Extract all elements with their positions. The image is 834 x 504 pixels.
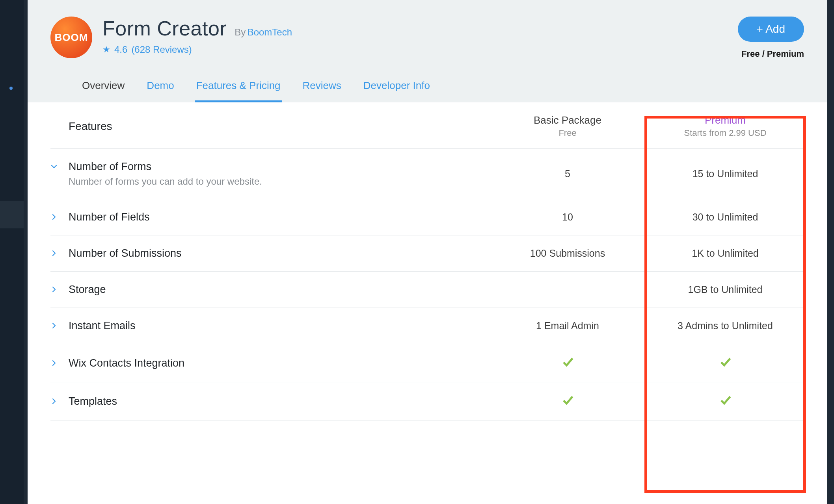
chevron-right-icon[interactable]	[50, 284, 69, 293]
tab-developer-info[interactable]: Developer Info	[362, 74, 432, 102]
content-panel: BOOM Form Creator By BoomTech ★ 4.6 (628…	[28, 0, 827, 504]
feature-description: Number of forms you can add to your webs…	[69, 176, 262, 187]
tier-label: Free / Premium	[741, 49, 804, 59]
basic-cell: 10	[489, 211, 646, 223]
tab-features-pricing[interactable]: Features & Pricing	[195, 74, 282, 102]
feature-row: Wix Contacts Integration	[50, 344, 804, 382]
reviews-count: (628 Reviews)	[131, 44, 192, 55]
tab-overview[interactable]: Overview	[80, 74, 126, 102]
premium-title: Premium	[646, 114, 804, 126]
premium-column-header: Premium Starts from 2.99 USD	[646, 114, 804, 138]
check-icon	[562, 359, 573, 370]
app-logo-text: BOOM	[55, 32, 88, 44]
chevron-right-icon[interactable]	[50, 320, 69, 329]
tab-reviews[interactable]: Reviews	[301, 74, 343, 102]
app-title: Form Creator	[102, 17, 227, 40]
by-label: By	[235, 27, 246, 37]
check-icon	[719, 397, 731, 408]
chevron-right-icon[interactable]	[50, 395, 69, 405]
table-header-row: Features Basic Package Free Premium Star…	[50, 102, 804, 149]
premium-cell	[646, 356, 804, 370]
rating-value: 4.6	[114, 44, 127, 55]
features-column-header: Features	[50, 120, 489, 133]
basic-cell	[489, 394, 646, 408]
feature-title[interactable]: Wix Contacts Integration	[69, 357, 184, 369]
features-section: Features Basic Package Free Premium Star…	[28, 102, 827, 421]
basic-sub: Free	[489, 128, 646, 138]
sidebar-active-item[interactable]	[0, 201, 24, 228]
vendor-link[interactable]: BoomTech	[248, 27, 292, 37]
feature-row: Instant Emails1 Email Admin3 Admins to U…	[50, 308, 804, 344]
check-icon	[562, 397, 573, 408]
chevron-down-icon[interactable]	[50, 161, 69, 170]
basic-column-header: Basic Package Free	[489, 114, 646, 138]
premium-cell: 3 Admins to Unlimited	[646, 320, 804, 332]
sidebar-indicator-dot	[9, 87, 13, 90]
star-icon: ★	[102, 44, 110, 55]
chevron-right-icon[interactable]	[50, 211, 69, 220]
feature-title[interactable]: Templates	[69, 395, 117, 408]
basic-cell	[489, 356, 646, 370]
app-logo: BOOM	[50, 17, 92, 58]
feature-title[interactable]: Instant Emails	[69, 320, 136, 332]
add-button[interactable]: + Add	[738, 17, 804, 42]
feature-title[interactable]: Number of Submissions	[69, 247, 182, 259]
basic-cell: 1 Email Admin	[489, 320, 646, 332]
check-icon	[719, 359, 731, 370]
premium-sub: Starts from 2.99 USD	[646, 128, 804, 138]
premium-cell: 15 to Unlimited	[646, 168, 804, 180]
feature-row: Storage1GB to Unlimited	[50, 272, 804, 308]
feature-row: Number of FormsNumber of forms you can a…	[50, 149, 804, 199]
app-sidebar	[0, 0, 24, 504]
tab-demo[interactable]: Demo	[145, 74, 175, 102]
rating-line[interactable]: ★ 4.6 (628 Reviews)	[102, 44, 738, 55]
feature-title[interactable]: Storage	[69, 284, 106, 296]
feature-title[interactable]: Number of Fields	[69, 211, 150, 223]
premium-cell: 30 to Unlimited	[646, 211, 804, 223]
feature-title[interactable]: Number of Forms	[69, 161, 262, 173]
premium-cell: 1GB to Unlimited	[646, 284, 804, 295]
app-header: BOOM Form Creator By BoomTech ★ 4.6 (628…	[28, 0, 827, 102]
feature-row: Number of Fields1030 to Unlimited	[50, 199, 804, 235]
tab-bar: OverviewDemoFeatures & PricingReviewsDev…	[50, 74, 804, 102]
chevron-right-icon[interactable]	[50, 247, 69, 257]
feature-row: Templates	[50, 382, 804, 421]
basic-cell: 5	[489, 168, 646, 180]
basic-cell: 100 Submissions	[489, 248, 646, 259]
premium-cell	[646, 394, 804, 408]
feature-row: Number of Submissions100 Submissions1K t…	[50, 235, 804, 272]
chevron-right-icon[interactable]	[50, 357, 69, 367]
basic-title: Basic Package	[489, 114, 646, 126]
premium-cell: 1K to Unlimited	[646, 248, 804, 259]
